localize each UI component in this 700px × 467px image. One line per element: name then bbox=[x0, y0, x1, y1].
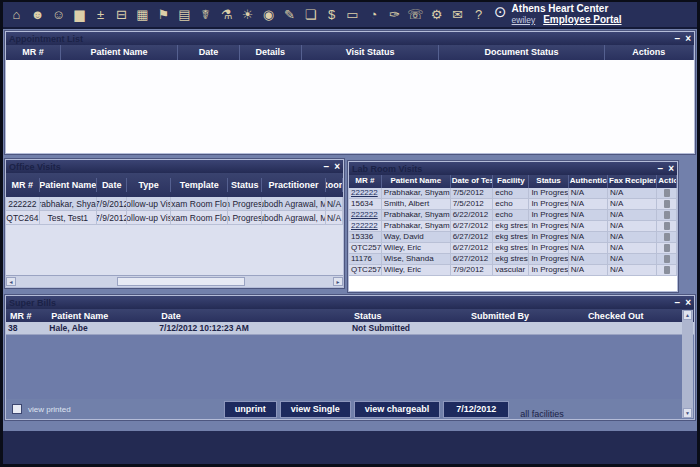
syringe-icon[interactable]: ✎ bbox=[280, 5, 299, 25]
column-header[interactable]: Date bbox=[157, 309, 350, 322]
column-header[interactable]: MR # bbox=[6, 178, 40, 192]
column-header[interactable]: Status bbox=[228, 178, 262, 192]
table-row[interactable]: 11176Wise, Shanda6/27/2012ekg stressIn P… bbox=[349, 254, 677, 265]
username-link[interactable]: ewiley bbox=[512, 15, 536, 26]
table-row[interactable]: 38Hale, Abe7/12/2012 10:12:23 AMNot Subm… bbox=[6, 322, 694, 335]
table-row[interactable]: 15336Way, David6/27/2012ekg stressIn Pro… bbox=[349, 232, 677, 243]
new-document-icon[interactable]: ❏ bbox=[301, 5, 320, 25]
column-header[interactable]: Status bbox=[529, 175, 568, 188]
appointment-list-panel: Appointment List – × MR #Patient NameDat… bbox=[5, 31, 695, 154]
column-header[interactable]: Patient Name bbox=[382, 175, 451, 188]
column-header[interactable]: Template bbox=[171, 178, 228, 192]
column-header[interactable]: MR # bbox=[349, 175, 382, 188]
scroll-left-icon[interactable]: ◄ bbox=[6, 277, 16, 286]
column-header[interactable]: Date bbox=[178, 45, 240, 60]
column-header[interactable]: Details bbox=[240, 45, 302, 60]
bar-chart-icon[interactable]: ▆ bbox=[70, 5, 89, 25]
column-header[interactable]: Date of Test bbox=[451, 175, 494, 188]
calculator-icon[interactable]: ± bbox=[91, 5, 110, 25]
delete-trash-icon[interactable] bbox=[664, 255, 670, 263]
logout-power-icon[interactable]: ⊙ bbox=[494, 3, 507, 21]
table-row[interactable]: 222222Prabhakar, Shyam7/5/2012echoIn Pro… bbox=[349, 188, 677, 199]
view-single-button[interactable]: view Single bbox=[280, 401, 351, 418]
scrollbar-thumb[interactable] bbox=[117, 277, 245, 286]
close-icon[interactable]: × bbox=[685, 298, 691, 308]
delete-trash-icon[interactable] bbox=[664, 200, 670, 208]
lab-flask-icon[interactable]: ⚗ bbox=[217, 5, 236, 25]
appointments-table: MR #Patient NameDateDetailsVisit StatusD… bbox=[6, 45, 694, 153]
column-header[interactable]: Type bbox=[127, 178, 171, 192]
column-header[interactable]: Patient Name bbox=[40, 178, 97, 192]
feather-icon[interactable]: ✑ bbox=[385, 5, 404, 25]
unprint-button[interactable]: unprint bbox=[224, 401, 277, 418]
help-icon[interactable]: ? bbox=[469, 5, 488, 25]
home-icon[interactable]: ⌂ bbox=[7, 5, 26, 25]
patient-bed-icon[interactable]: ☻ bbox=[28, 5, 47, 25]
employee-portal-link[interactable]: Employee Portal bbox=[543, 14, 621, 25]
table-cell: ekg stress bbox=[493, 232, 529, 243]
flag-icon[interactable]: ⚑ bbox=[154, 5, 173, 25]
column-header[interactable]: MR # bbox=[6, 309, 47, 322]
table-cell: Prabhakar, Shyam bbox=[382, 188, 451, 199]
stethoscope-icon[interactable]: ☤ bbox=[196, 5, 215, 25]
minimize-icon[interactable]: – bbox=[675, 34, 681, 44]
column-header[interactable]: Fax Recipients bbox=[608, 175, 657, 188]
column-header[interactable]: Practitioner bbox=[262, 178, 326, 192]
physician-icon[interactable]: ☺ bbox=[49, 5, 68, 25]
horizontal-scrollbar[interactable]: ◄ ► bbox=[6, 275, 343, 287]
delete-trash-icon[interactable] bbox=[664, 233, 670, 241]
column-header[interactable]: Checked Out bbox=[584, 309, 694, 322]
facility-filter-dropdown[interactable]: all facilities bbox=[520, 409, 564, 419]
close-icon[interactable]: × bbox=[685, 34, 691, 44]
minimize-icon[interactable]: – bbox=[324, 162, 330, 172]
delete-trash-icon[interactable] bbox=[664, 266, 670, 274]
printer-icon[interactable]: ▭ bbox=[343, 5, 362, 25]
pills-icon[interactable]: ◉ bbox=[259, 5, 278, 25]
table-row[interactable]: 222222Prabhakar, Shyam6/22/2012echoIn Pr… bbox=[349, 210, 677, 221]
table-row[interactable]: QTC257Wiley, Eric7/9/2012vascularIn Prog… bbox=[349, 265, 677, 276]
minimize-icon[interactable]: – bbox=[675, 298, 681, 308]
table-row[interactable]: QTC257Wiley, Eric6/27/2012ekg stressIn P… bbox=[349, 243, 677, 254]
column-header[interactable]: Actions bbox=[605, 45, 694, 60]
table-row[interactable]: 15634Smith, Albert7/5/2012echoIn Progres… bbox=[349, 199, 677, 210]
scroll-up-icon[interactable]: ▲ bbox=[683, 310, 692, 320]
scroll-down-icon[interactable]: ▼ bbox=[683, 408, 692, 418]
column-header[interactable]: Patient Name bbox=[61, 45, 178, 60]
column-header[interactable]: Authenticator bbox=[569, 175, 608, 188]
view-printed-checkbox[interactable] bbox=[12, 404, 22, 414]
mail-icon[interactable]: ✉ bbox=[448, 5, 467, 25]
table-row[interactable]: 222222Prabhakar, Shyam7/9/2012Follow-up … bbox=[6, 197, 343, 211]
calendar-icon[interactable]: ▦ bbox=[133, 5, 152, 25]
scroll-right-icon[interactable]: ► bbox=[333, 277, 343, 286]
vertical-scrollbar[interactable]: ▲ ▼ bbox=[682, 310, 693, 418]
delete-trash-icon[interactable] bbox=[664, 244, 670, 252]
column-header[interactable]: Action bbox=[657, 175, 677, 188]
delete-trash-icon[interactable] bbox=[664, 211, 670, 219]
column-header[interactable]: Patient Name bbox=[47, 309, 157, 322]
column-header[interactable]: Document Status bbox=[439, 45, 604, 60]
close-icon[interactable]: × bbox=[334, 162, 340, 172]
clipboard-icon[interactable]: ▤ bbox=[175, 5, 194, 25]
date-field[interactable]: 7/12/2012 bbox=[443, 401, 509, 418]
fax-icon[interactable]: ☏ bbox=[406, 5, 425, 25]
table-cell: 222222 bbox=[349, 210, 382, 221]
column-header[interactable]: Facility bbox=[493, 175, 529, 188]
table-row[interactable]: 222222Prabhakar, Shyam6/27/2012ekg stres… bbox=[349, 221, 677, 232]
close-icon[interactable]: × bbox=[668, 164, 674, 174]
clock-icon[interactable]: ◔ bbox=[364, 5, 383, 25]
delete-trash-icon[interactable] bbox=[664, 222, 670, 230]
table-row[interactable]: QTC264Test, Test17/9/2012Follow-up Visit… bbox=[6, 211, 343, 225]
gear-icon[interactable]: ⚙ bbox=[427, 5, 446, 25]
column-header[interactable]: Visit Status bbox=[302, 45, 440, 60]
column-header[interactable]: MR # bbox=[6, 45, 61, 60]
column-header[interactable]: Submitted By bbox=[467, 309, 584, 322]
view-chargeable-button[interactable]: view chargeabl bbox=[354, 401, 441, 418]
sun-icon[interactable]: ☀ bbox=[238, 5, 257, 25]
supply-cart-icon[interactable]: ⊟ bbox=[112, 5, 131, 25]
column-header[interactable]: Date bbox=[97, 178, 127, 192]
column-header[interactable]: Room bbox=[326, 178, 343, 192]
delete-trash-icon[interactable] bbox=[664, 189, 670, 197]
column-header[interactable]: Status bbox=[350, 309, 467, 322]
minimize-icon[interactable]: – bbox=[658, 164, 664, 174]
billing-icon[interactable]: $ bbox=[322, 5, 341, 25]
